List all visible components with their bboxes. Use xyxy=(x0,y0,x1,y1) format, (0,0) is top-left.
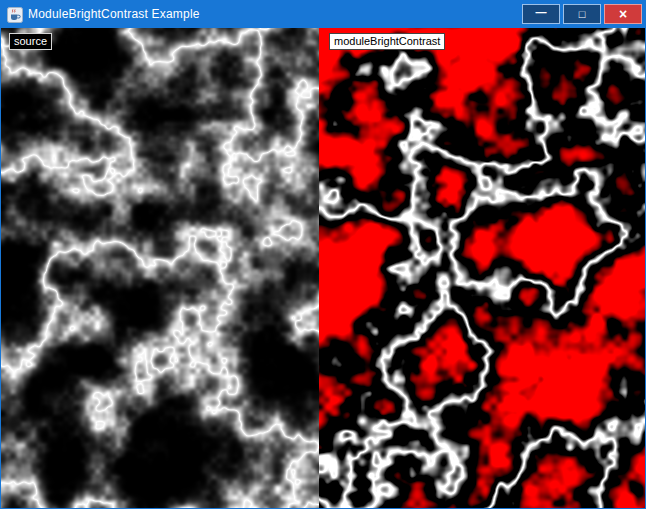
app-icon[interactable] xyxy=(7,7,23,23)
processed-panel-label: moduleBrightContrast xyxy=(329,33,445,50)
maximize-button[interactable]: □ xyxy=(563,4,601,24)
source-panel-label: source xyxy=(9,33,52,50)
close-icon: × xyxy=(619,6,627,22)
window-controls: — □ × xyxy=(522,4,642,24)
source-image xyxy=(1,28,319,508)
maximize-icon: □ xyxy=(579,8,586,20)
minimize-button[interactable]: — xyxy=(522,4,560,24)
processed-image xyxy=(319,28,645,508)
window-title: ModuleBrightContrast Example xyxy=(28,1,200,28)
minimize-icon: — xyxy=(536,6,547,18)
close-button[interactable]: × xyxy=(604,4,642,24)
app-window: ModuleBrightContrast Example — □ × sourc… xyxy=(0,0,646,509)
title-bar[interactable]: ModuleBrightContrast Example — □ × xyxy=(1,1,645,28)
